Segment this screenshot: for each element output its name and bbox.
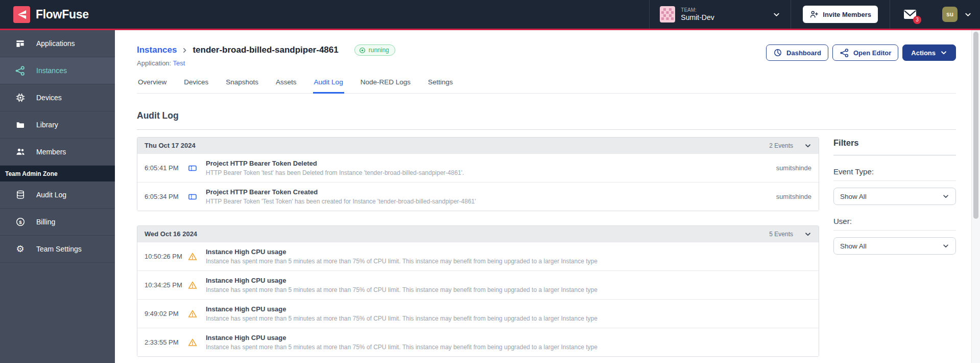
pie-chart-icon	[773, 48, 782, 57]
event-type-select[interactable]: Show All	[833, 188, 956, 205]
tab-assets[interactable]: Assets	[275, 76, 298, 94]
warning-icon	[187, 252, 198, 262]
mail-icon[interactable]: 3	[903, 9, 917, 20]
invite-members-button[interactable]: Invite Members	[803, 6, 878, 23]
chevron-down-icon	[773, 11, 780, 18]
devices-icon	[15, 93, 26, 103]
sidebar-item-billing[interactable]: $ Billing	[0, 209, 115, 236]
application-label: Application:	[137, 59, 171, 67]
header-right: TEAM: Sumit-Dev Invite Me	[649, 0, 980, 29]
tab-snapshots[interactable]: Snapshots	[225, 76, 259, 94]
sidebar-item-members[interactable]: Members	[0, 139, 115, 166]
sidebar-item-audit-log[interactable]: Audit Log	[0, 182, 115, 209]
team-selector[interactable]: TEAM: Sumit-Dev	[649, 0, 791, 29]
brand-name: FlowFuse	[36, 8, 89, 21]
event-title: Project HTTP Bearer Token Created	[206, 188, 770, 196]
flowfuse-app: FlowFuse TEAM: Sumit-Dev	[0, 0, 980, 363]
chevron-down-icon	[942, 242, 949, 249]
event-text: Project HTTP Bearer Token Deleted HTTP B…	[206, 160, 770, 176]
flowfuse-logo-icon	[13, 6, 30, 23]
event-type-value: Show All	[840, 193, 867, 200]
user-select[interactable]: Show All	[833, 237, 956, 255]
actions-label: Actions	[911, 49, 936, 57]
audit-log-group-header[interactable]: Thu Oct 17 2024 2 Events	[137, 138, 819, 153]
page-head: Instances tender-broad-billed-sandpiper-…	[137, 44, 956, 67]
breadcrumb-instances-link[interactable]: Instances	[137, 45, 177, 55]
dashboard-button[interactable]: Dashboard	[766, 44, 828, 61]
ticket-icon	[187, 163, 198, 173]
open-editor-button[interactable]: Open Editor	[832, 44, 898, 61]
team-labels: TEAM: Sumit-Dev	[681, 7, 714, 22]
application-link[interactable]: Test	[173, 59, 185, 67]
events-count: 5 Events	[769, 231, 793, 238]
scrollbar-track[interactable]	[971, 30, 980, 363]
chevron-down-icon	[940, 49, 947, 56]
svg-text:$: $	[19, 219, 22, 225]
title-divider	[137, 129, 956, 130]
event-title: Instance High CPU usage	[206, 277, 805, 284]
ticket-icon	[187, 192, 198, 202]
warning-icon	[187, 337, 198, 348]
avatar: su	[942, 7, 958, 22]
event-description: Instance has spent more than 5 minutes a…	[206, 344, 805, 351]
audit-log-group-header[interactable]: Wed Oct 16 2024 5 Events	[137, 226, 819, 242]
group-meta: 5 Events	[769, 231, 811, 238]
database-icon	[15, 190, 26, 200]
audit-log-group: Thu Oct 17 2024 2 Events 6:05:41 PM	[137, 137, 819, 211]
tab-audit-log[interactable]: Audit Log	[313, 76, 344, 94]
warning-icon	[187, 280, 198, 290]
actions-button[interactable]: Actions	[902, 44, 956, 61]
sidebar-item-library[interactable]: Library	[0, 111, 115, 139]
audit-event-row[interactable]: 6:05:34 PM Project HTTP Bearer Tok	[137, 182, 819, 211]
group-date: Wed Oct 16 2024	[145, 230, 197, 238]
audit-event-row[interactable]: 2:33:55 PM In	[137, 328, 819, 356]
event-title: Instance High CPU usage	[206, 334, 805, 342]
team-label: TEAM:	[681, 7, 714, 13]
event-text: Project HTTP Bearer Token Created HTTP B…	[206, 188, 770, 205]
running-icon	[359, 47, 366, 54]
sidebar-item-team-settings[interactable]: ⚙ Team Settings	[0, 236, 115, 263]
tab-node-red-logs[interactable]: Node-RED Logs	[360, 76, 412, 94]
application-line: Application: Test	[137, 59, 395, 67]
tab-overview[interactable]: Overview	[137, 76, 168, 94]
instances-icon	[15, 65, 26, 76]
team-avatar	[660, 6, 675, 22]
tab-devices[interactable]: Devices	[183, 76, 209, 94]
top-header: FlowFuse TEAM: Sumit-Dev	[0, 0, 980, 30]
instance-name: tender-broad-billed-sandpiper-4861	[193, 45, 338, 55]
sidebar-item-label: Audit Log	[36, 191, 66, 199]
chevron-down-icon	[964, 11, 972, 18]
team-admin-zone-label: Team Admin Zone	[0, 166, 115, 182]
editor-flow-icon	[840, 48, 849, 58]
sidebar-item-devices[interactable]: Devices	[0, 84, 115, 111]
scrollbar-thumb[interactable]	[973, 32, 978, 219]
chevron-down-icon[interactable]	[804, 142, 811, 149]
audit-log-group: Wed Oct 16 2024 5 Events 10:50:26 PM	[137, 225, 819, 357]
tab-settings[interactable]: Settings	[427, 76, 454, 94]
chevron-down-icon[interactable]	[804, 231, 811, 238]
events-count: 2 Events	[769, 142, 793, 149]
instance-action-buttons: Dashboard Open Editor Actions	[766, 44, 956, 61]
invite-members-label: Invite Members	[823, 11, 871, 18]
instance-tabs: Overview Devices Snapshots Assets Audit …	[137, 76, 956, 94]
audit-event-row[interactable]: 10:34:25 PM I	[137, 270, 819, 299]
brand[interactable]: FlowFuse	[13, 6, 89, 23]
audit-event-row[interactable]: 10:50:26 PM I	[137, 242, 819, 270]
chevron-right-icon	[181, 47, 188, 54]
chevron-down-icon	[942, 193, 949, 200]
sidebar-item-label: Devices	[36, 94, 62, 102]
event-time: 9:49:02 PM	[145, 310, 187, 317]
sidebar-item-applications[interactable]: Applications	[0, 30, 115, 57]
audit-event-row[interactable]: 9:49:02 PM In	[137, 299, 819, 328]
audit-event-row[interactable]: 6:05:41 PM Project HTTP Bearer Tok	[137, 153, 819, 182]
event-text: Instance High CPU usage Instance has spe…	[206, 248, 805, 265]
sidebar-item-label: Instances	[36, 66, 67, 75]
event-description: Instance has spent more than 5 minutes a…	[206, 315, 805, 322]
user-menu[interactable]: su	[930, 0, 980, 29]
event-title: Instance High CPU usage	[206, 248, 805, 256]
event-description: Instance has spent more than 5 minutes a…	[206, 258, 805, 265]
status-badge: running	[354, 44, 395, 56]
filters-title: Filters	[833, 138, 956, 148]
sidebar-item-instances[interactable]: Instances	[0, 57, 115, 84]
event-text: Instance High CPU usage Instance has spe…	[206, 334, 805, 351]
